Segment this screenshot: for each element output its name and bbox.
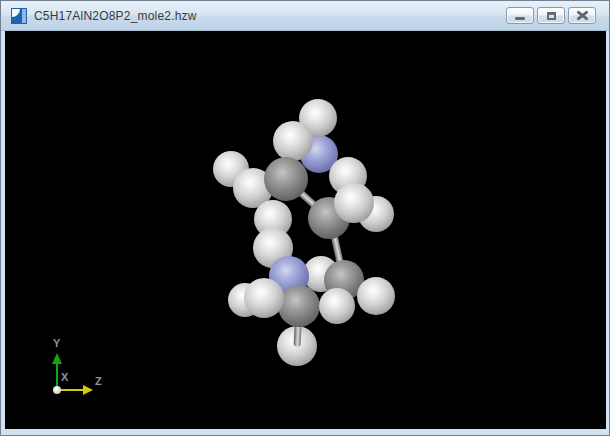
axis-y-arrowhead-icon (52, 348, 62, 364)
molecule-viewport[interactable]: Y X Z (5, 31, 606, 429)
close-icon (577, 11, 588, 20)
titlebar[interactable]: C5H17AlN2O8P2_mole2.hzw (1, 1, 609, 31)
axis-x-label: X (61, 371, 68, 383)
atom-h[interactable] (244, 278, 284, 318)
restore-icon (547, 12, 556, 20)
close-button[interactable] (568, 7, 596, 24)
window-title: C5H17AlN2O8P2_mole2.hzw (34, 9, 197, 23)
axis-indicator: Y X Z (45, 343, 115, 413)
window-controls (506, 7, 596, 24)
app-logo-icon[interactable] (11, 8, 27, 24)
axis-origin-dot (53, 386, 61, 394)
atom-h[interactable] (357, 277, 395, 315)
app-window: C5H17AlN2O8P2_mole2.hzw Y X Z (0, 0, 610, 436)
minimize-icon (515, 17, 525, 20)
atom-c[interactable] (278, 285, 320, 327)
atom-h[interactable] (319, 288, 355, 324)
axis-z-label: Z (95, 375, 102, 387)
axis-z-arrow (57, 389, 85, 391)
maximize-button[interactable] (537, 7, 565, 24)
atom-c[interactable] (264, 157, 308, 201)
atom-h[interactable] (273, 121, 313, 161)
atom-h[interactable] (334, 183, 374, 223)
minimize-button[interactable] (506, 7, 534, 24)
